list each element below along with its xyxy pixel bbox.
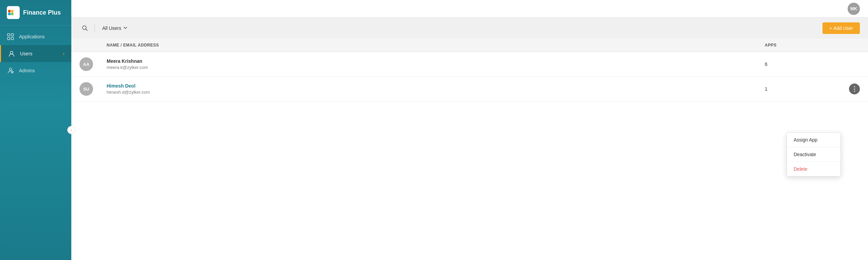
deactivate-menu-item[interactable]: Deactivate [787,147,840,162]
chevron-down-icon [123,25,127,31]
apps-count: 1 [765,86,833,92]
header-name: NAME / EMAIL ADDRESS [107,43,765,48]
users-label: Users [20,51,33,56]
table-row[interactable]: AA Meera Krishnan meera.k@zylker.com 6 [71,52,868,77]
add-user-button[interactable]: + Add User [822,22,860,34]
sidebar-item-admins[interactable]: Admins [0,62,71,79]
user-initials-cell: AA [79,57,107,71]
filter-divider [94,24,95,32]
svg-rect-0 [8,10,11,12]
filter-label: All Users [102,25,121,31]
user-name: Meera Krishnan [107,58,765,64]
users-table: NAME / EMAIL ADDRESS APPS AA Meera Krish… [71,39,868,260]
assign-app-menu-item[interactable]: Assign App [787,133,840,147]
all-users-dropdown[interactable]: All Users [99,23,131,33]
header-spacer [79,43,107,48]
avatar: SU [79,82,93,96]
apps-count: 6 [765,61,833,67]
zoho-logo [7,6,20,19]
svg-point-9 [10,68,12,71]
svg-rect-6 [7,37,10,40]
sidebar-collapse-button[interactable]: ‹ [67,126,75,134]
svg-point-8 [10,51,13,54]
svg-rect-7 [11,37,14,40]
svg-rect-2 [8,13,11,15]
header-actions [833,43,860,48]
user-info-cell: Meera Krishnan meera.k@zylker.com [107,58,765,70]
row-actions-cell: ⋮ [833,83,860,94]
sidebar-item-users[interactable]: Users › [0,45,71,62]
admins-label: Admins [19,68,35,73]
user-email: himesh.d@zylker.com [107,90,765,95]
add-user-label: + Add User [829,25,853,31]
user-avatar[interactable]: MK [848,3,860,15]
sidebar-navigation: Applications Users › [0,25,71,82]
svg-rect-3 [11,13,13,15]
topbar: MK [71,0,868,18]
content-area: All Users + Add User NAME / EMAIL ADDRES… [71,18,868,260]
search-button[interactable] [79,23,90,34]
table-header: NAME / EMAIL ADDRESS APPS [71,39,868,52]
user-email: meera.k@zylker.com [107,65,765,70]
context-menu: Assign App Deactivate Delete [786,132,841,177]
app-name: Finance Plus [23,9,61,16]
delete-menu-item[interactable]: Delete [787,162,840,176]
user-initials-cell: SU [79,82,107,96]
grid-icon [7,33,14,40]
user-name-link[interactable]: Himesh Deol [107,83,765,89]
avatar: AA [79,57,93,71]
row-context-menu-button[interactable]: ⋮ [849,83,860,94]
svg-rect-1 [11,10,13,12]
sidebar-item-applications[interactable]: Applications [0,28,71,45]
user-info-cell: Himesh Deol himesh.d@zylker.com [107,83,765,95]
sidebar-logo: Finance Plus [0,0,71,25]
admin-icon [7,67,14,74]
users-arrow: › [63,51,65,56]
user-icon [8,50,15,57]
header-apps: APPS [765,43,833,48]
svg-rect-4 [7,34,10,36]
svg-rect-5 [11,34,14,36]
table-row[interactable]: SU Himesh Deol himesh.d@zylker.com 1 ⋮ [71,77,868,101]
filter-bar: All Users + Add User [71,18,868,39]
svg-line-14 [86,29,88,31]
applications-label: Applications [19,34,45,39]
sidebar: Finance Plus Applications [0,0,71,260]
main-content: MK All Users + Add User [71,0,868,260]
